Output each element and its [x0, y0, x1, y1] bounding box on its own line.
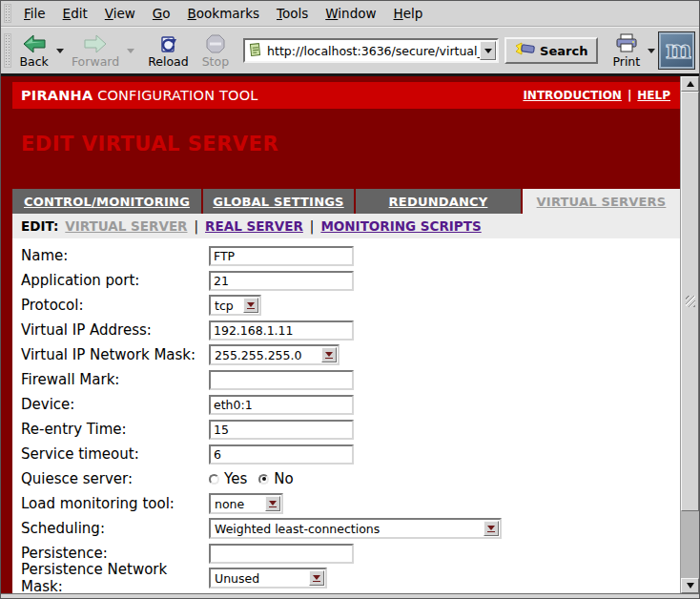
stop-button[interactable]: Stop — [197, 32, 234, 70]
device-input[interactable] — [209, 395, 354, 415]
toolbar-grippy[interactable] — [4, 33, 11, 67]
load-monitoring-label: Load monitoring tool: — [21, 495, 209, 512]
tab-redundancy[interactable]: REDUNDANCY — [356, 189, 521, 214]
quiesce-no-radio[interactable] — [258, 474, 269, 485]
virtual-ip-label: Virtual IP Address: — [21, 321, 209, 339]
application-port-input[interactable] — [209, 271, 354, 291]
form-row-quiesce-server: Quiesce server: Yes No — [21, 466, 680, 491]
url-bar[interactable]: http://localhost:3636/secure/virtual_edi… — [243, 38, 499, 63]
search-button[interactable]: Search — [504, 37, 598, 64]
edit-subnav: EDIT: VIRTUAL SERVER | REAL SERVER | MON… — [12, 214, 680, 238]
menu-view[interactable]: View — [96, 3, 144, 24]
menubar-grippy[interactable] — [4, 4, 11, 24]
reentry-time-input[interactable] — [209, 420, 354, 440]
forward-label: Forward — [72, 54, 119, 69]
service-timeout-label: Service timeout: — [21, 445, 209, 463]
name-input[interactable] — [209, 246, 354, 266]
dropdown-arrow-icon — [484, 521, 499, 536]
back-label: Back — [20, 54, 49, 69]
mozilla-logo[interactable]: m — [658, 31, 695, 70]
menu-bookmarks[interactable]: Bookmarks — [179, 3, 268, 24]
load-monitoring-select[interactable]: none — [209, 493, 283, 514]
persistence-mask-select[interactable]: Unused — [209, 568, 327, 589]
vertical-scrollbar[interactable] — [680, 76, 699, 593]
header-link-separator: | — [628, 89, 631, 102]
scroll-down-icon — [687, 583, 694, 589]
protocol-label: Protocol: — [21, 297, 209, 314]
subnav-virtual-server[interactable]: VIRTUAL SERVER — [65, 218, 187, 234]
virtual-ip-mask-label: Virtual IP Network Mask: — [21, 346, 209, 363]
search-label: Search — [540, 44, 587, 58]
firewall-mark-input[interactable] — [209, 370, 354, 390]
form-row-persistence-mask: Persistence Network Mask: Unused — [21, 566, 680, 590]
help-link[interactable]: HELP — [637, 89, 670, 102]
subnav-real-server[interactable]: REAL SERVER — [205, 218, 303, 234]
stop-icon — [203, 33, 228, 54]
menu-window[interactable]: Window — [317, 3, 384, 24]
scrollbar-grip-icon — [686, 296, 695, 307]
navigation-toolbar: Back Forward Reload — [1, 27, 699, 73]
scrollbar-track[interactable] — [681, 511, 699, 578]
persistence-input[interactable] — [209, 544, 354, 564]
menu-file[interactable]: File — [15, 3, 54, 24]
menu-bar: File Edit View Go Bookmarks Tools Window… — [1, 1, 699, 27]
app-header: PIRANHA CONFIGURATION TOOL INTRODUCTION … — [12, 82, 680, 109]
search-icon — [515, 42, 536, 60]
persistence-label: Persistence: — [21, 545, 209, 562]
form-row-virtual-ip: Virtual IP Address: — [21, 318, 680, 342]
reload-button[interactable]: Reload — [143, 32, 194, 70]
svg-text:m: m — [666, 37, 691, 64]
print-icon — [614, 33, 639, 54]
print-label: Print — [612, 54, 640, 69]
page-proxy-icon[interactable] — [249, 42, 262, 60]
menu-go[interactable]: Go — [144, 3, 179, 24]
print-button[interactable]: Print — [607, 32, 645, 70]
forward-button[interactable]: Forward — [67, 32, 124, 70]
tab-control-monitoring[interactable]: CONTROL/MONITORING — [12, 189, 201, 214]
application-port-label: Application port: — [21, 272, 209, 289]
scrollbar-thumb[interactable] — [681, 92, 699, 511]
form-row-protocol: Protocol: tcp — [21, 293, 680, 318]
menu-edit[interactable]: Edit — [54, 3, 96, 24]
menu-help[interactable]: Help — [385, 3, 432, 24]
menu-tools[interactable]: Tools — [268, 3, 317, 24]
status-bar-edge — [1, 593, 699, 598]
service-timeout-input[interactable] — [209, 444, 354, 465]
url-dropdown-button[interactable] — [480, 41, 496, 60]
form-row-firewall-mark: Firewall Mark: — [21, 367, 680, 392]
device-label: Device: — [21, 396, 209, 413]
form-row-virtual-ip-mask: Virtual IP Network Mask: 255.255.255.0 — [21, 342, 680, 367]
quiesce-yes-radio[interactable] — [209, 474, 219, 485]
back-button[interactable]: Back — [15, 32, 53, 70]
reload-icon — [155, 33, 180, 54]
forward-icon — [83, 33, 108, 54]
tab-virtual-servers[interactable]: VIRTUAL SERVERS — [523, 189, 680, 214]
scroll-up-button[interactable] — [681, 76, 699, 92]
print-dropdown-icon[interactable] — [648, 49, 655, 53]
introduction-link[interactable]: INTRODUCTION — [523, 89, 622, 102]
form-row-reentry-time: Re-entry Time: — [21, 417, 680, 442]
virtual-ip-input[interactable] — [209, 320, 354, 341]
virtual-ip-mask-select[interactable]: 255.255.255.0 — [209, 344, 340, 365]
name-label: Name: — [21, 247, 209, 264]
forward-dropdown-icon[interactable] — [127, 49, 134, 53]
dropdown-arrow-icon — [265, 496, 280, 511]
protocol-select[interactable]: tcp — [209, 295, 261, 316]
scroll-down-button[interactable] — [681, 578, 699, 593]
app-title: PIRANHA CONFIGURATION TOOL — [21, 88, 258, 103]
scroll-up-icon — [687, 81, 694, 87]
url-input[interactable]: http://localhost:3636/secure/virtual_edi… — [265, 44, 480, 58]
tab-global-settings[interactable]: GLOBAL SETTINGS — [203, 189, 354, 214]
dropdown-arrow-icon — [309, 570, 324, 586]
back-icon — [22, 33, 47, 54]
form-row-load-monitoring: Load monitoring tool: none — [21, 491, 680, 516]
browser-window: File Edit View Go Bookmarks Tools Window… — [0, 0, 700, 599]
form-row-scheduling: Scheduling: Weighted least-connections — [21, 516, 680, 541]
scheduling-select[interactable]: Weighted least-connections — [209, 518, 502, 539]
back-dropdown-icon[interactable] — [56, 49, 64, 53]
subnav-monitoring-scripts[interactable]: MONITORING SCRIPTS — [320, 218, 481, 234]
quiesce-radio-group: Yes No — [209, 470, 305, 487]
reentry-time-label: Re-entry Time: — [21, 421, 209, 438]
tab-bar: CONTROL/MONITORING GLOBAL SETTINGS REDUN… — [12, 189, 680, 214]
form-row-application-port: Application port: — [21, 268, 680, 293]
